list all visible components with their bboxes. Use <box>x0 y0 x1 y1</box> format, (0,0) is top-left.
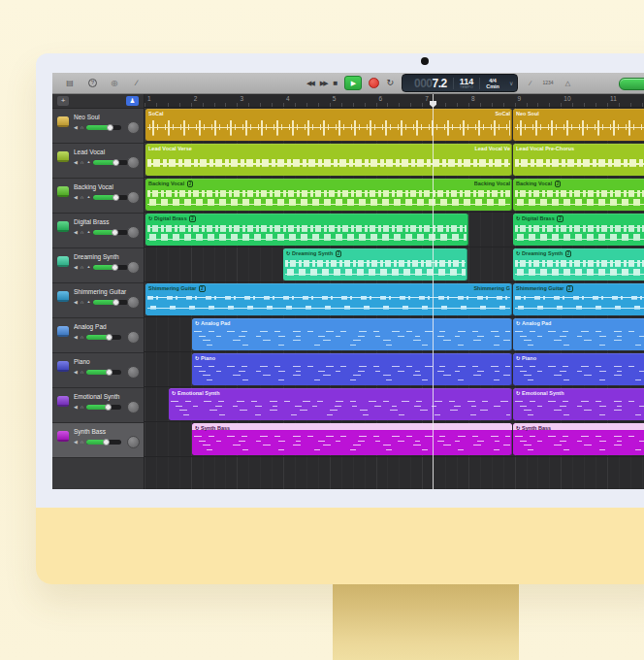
bar-ruler[interactable]: 1234567891011 <box>145 94 644 108</box>
solo-button[interactable]: ∩ <box>80 194 84 200</box>
track-lane-piano[interactable]: ↻Piano↻Piano <box>145 352 644 387</box>
playhead-line[interactable] <box>433 94 434 489</box>
mute-button[interactable]: ◀ <box>74 369 78 375</box>
volume-thumb[interactable] <box>106 369 113 376</box>
pan-knob[interactable] <box>127 156 140 169</box>
volume-slider[interactable] <box>93 300 128 305</box>
volume-thumb[interactable] <box>113 159 119 166</box>
volume-thumb[interactable] <box>112 229 118 236</box>
region-dreaming-synth[interactable]: ↻Dreaming Synth2 <box>513 248 644 280</box>
chevron-down-icon[interactable]: ∨ <box>509 80 513 86</box>
region-emotional-synth[interactable]: ↻Emotional Synth <box>169 388 512 420</box>
solo-button[interactable]: ∩ <box>80 439 84 445</box>
monitor-button[interactable]: ▲ <box>86 264 90 270</box>
solo-button[interactable]: ∩ <box>80 159 84 165</box>
solo-button[interactable]: ∩ <box>80 334 84 340</box>
track-header-backing-vocal[interactable]: Backing Vocal◀∩▲ <box>52 179 144 214</box>
track-lane-digital-brass[interactable]: ↻Digital Brass2↻Digital Brass2 <box>145 213 644 248</box>
region-synth-bass[interactable]: ↻Synth Bass <box>513 423 644 455</box>
volume-slider[interactable] <box>93 195 128 200</box>
track-lane-emotional-synth[interactable]: ↻Emotional Synth↻Emotional Synth <box>145 387 644 422</box>
volume-thumb[interactable] <box>106 334 113 341</box>
pan-knob[interactable] <box>127 191 140 204</box>
mute-button[interactable]: ◀ <box>74 334 78 340</box>
solo-button[interactable]: ∩ <box>80 124 84 130</box>
track-lane-neo-soul[interactable]: SoCalSoCalNeo Soul <box>145 108 644 143</box>
volume-slider[interactable] <box>86 335 121 340</box>
track-header-digital-brass[interactable]: Digital Brass◀∩▲ <box>52 214 144 248</box>
volume-thumb[interactable] <box>112 264 118 271</box>
volume-slider[interactable] <box>86 370 121 375</box>
track-options-button[interactable]: ♟ <box>126 96 139 106</box>
track-header-lead-vocal[interactable]: Lead Vocal◀∩▲ <box>52 144 144 179</box>
monitor-button[interactable]: ▲ <box>86 229 90 235</box>
volume-thumb[interactable] <box>113 299 119 306</box>
mute-button[interactable]: ◀ <box>74 194 78 200</box>
stop-button[interactable]: ■ <box>334 80 338 87</box>
region-piano[interactable]: ↻Piano <box>513 353 644 385</box>
quick-help-icon[interactable]: ? <box>88 79 97 87</box>
track-lane-lead-vocal[interactable]: Lead Vocal VerseLead Vocal VeLead Vocal … <box>145 143 644 178</box>
pan-knob[interactable] <box>127 261 140 274</box>
region-shimmering-guitar[interactable]: Shimmering Guitar2 <box>513 283 644 315</box>
volume-slider[interactable] <box>93 160 128 165</box>
region-socal[interactable]: SoCalSoCal <box>145 109 512 141</box>
track-lane-synth-bass[interactable]: ↻Synth Bass↻Synth Bass <box>145 422 644 457</box>
track-header-analog-pad[interactable]: Analog Pad◀∩ <box>52 318 144 353</box>
volume-slider[interactable] <box>86 125 121 130</box>
pan-knob[interactable] <box>127 366 140 379</box>
pan-knob[interactable] <box>127 436 140 448</box>
lcd-display[interactable]: 000 7.2 114 TEMPO 4/4 Cmin ∨ <box>402 74 518 92</box>
region-emotional-synth[interactable]: ↻Emotional Synth <box>513 388 644 420</box>
mute-button[interactable]: ◀ <box>74 229 78 235</box>
record-button[interactable] <box>369 78 379 88</box>
pan-knob[interactable] <box>127 296 140 309</box>
rewind-button[interactable]: ◀◀ <box>306 80 313 86</box>
metronome-icon[interactable]: △ <box>565 80 570 86</box>
add-track-button[interactable]: + <box>57 96 69 106</box>
region-dreaming-synth[interactable]: ↻Dreaming Synth2 <box>283 248 467 280</box>
monitor-button[interactable]: ▲ <box>86 299 90 305</box>
mute-button[interactable]: ◀ <box>74 439 78 445</box>
solo-button[interactable]: ∩ <box>80 264 84 270</box>
volume-thumb[interactable] <box>113 194 119 201</box>
volume-slider[interactable] <box>93 230 128 235</box>
solo-button[interactable]: ∩ <box>80 369 84 375</box>
track-header-piano[interactable]: Piano◀∩ <box>52 353 144 388</box>
pan-knob[interactable] <box>127 401 140 413</box>
track-lane-backing-vocal[interactable]: Backing Vocal2Backing VocalBacking Vocal… <box>145 178 644 213</box>
volume-thumb[interactable] <box>105 404 112 411</box>
play-button[interactable]: ▶ <box>344 76 362 90</box>
track-header-emotional-synth[interactable]: Emotional Synth◀∩ <box>52 388 144 423</box>
smart-controls-icon[interactable]: ◎ <box>110 80 119 87</box>
volume-slider[interactable] <box>86 440 121 445</box>
pan-knob[interactable] <box>127 226 140 239</box>
mute-button[interactable]: ◀ <box>74 404 78 410</box>
region-digital-brass[interactable]: ↻Digital Brass2 <box>145 214 468 246</box>
region-synth-bass[interactable]: ↻Synth Bass <box>192 423 512 455</box>
region-neo-soul[interactable]: Neo Soul <box>513 109 644 141</box>
solo-button[interactable]: ∩ <box>80 299 84 305</box>
mute-button[interactable]: ◀ <box>74 124 78 130</box>
track-header-shimmering-guitar[interactable]: Shimmering Guitar◀∩▲ <box>52 283 144 318</box>
solo-button[interactable]: ∩ <box>80 404 84 410</box>
volume-thumb[interactable] <box>103 439 110 446</box>
volume-thumb[interactable] <box>107 124 113 131</box>
library-icon[interactable]: ▤ <box>65 80 75 87</box>
track-header-synth-bass[interactable]: Synth Bass◀∩ <box>52 423 144 458</box>
track-header-dreaming-synth[interactable]: Dreaming Synth◀∩▲ <box>52 248 144 283</box>
track-lane-dreaming-synth[interactable]: ↻Dreaming Synth2↻Dreaming Synth2 <box>145 248 644 282</box>
region-shimmering-guitar[interactable]: Shimmering Guitar2Shimmering G <box>145 283 512 315</box>
mute-button[interactable]: ◀ <box>74 264 78 270</box>
region-analog-pad[interactable]: ↻Analog Pad <box>513 318 644 350</box>
region-digital-brass[interactable]: ↻Digital Brass2 <box>513 214 644 246</box>
pan-knob[interactable] <box>127 121 140 134</box>
region-backing-vocal[interactable]: Backing Vocal2Backing Vocal <box>145 179 512 211</box>
forward-button[interactable]: ▶▶ <box>320 80 327 86</box>
track-lane-analog-pad[interactable]: ↻Analog Pad↻Analog Pad <box>145 317 644 352</box>
master-volume-slider[interactable] <box>619 78 644 90</box>
cycle-button[interactable]: ↻ <box>386 79 394 87</box>
mute-button[interactable]: ◀ <box>74 299 78 305</box>
region-analog-pad[interactable]: ↻Analog Pad <box>192 318 512 350</box>
volume-slider[interactable] <box>93 265 128 270</box>
